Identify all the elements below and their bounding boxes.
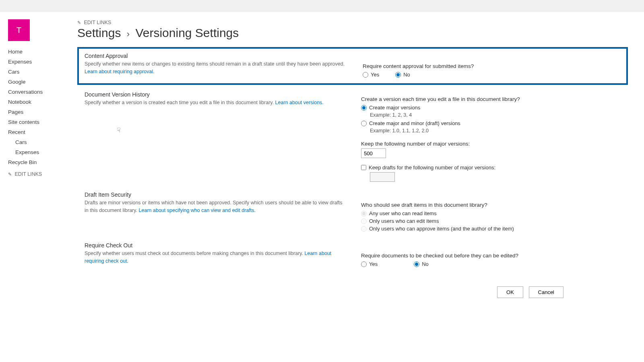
sidebar-item[interactable]: Cars <box>8 137 72 147</box>
version-major[interactable]: Create major versions <box>361 105 628 111</box>
page-body: T HomeExpensesCarsGoogleConversationsNot… <box>0 12 644 314</box>
section-desc: Specify whether users must check out doc… <box>85 250 345 265</box>
sidebar-item[interactable]: Cars <box>8 67 72 77</box>
sidebar-item[interactable]: Notebook <box>8 97 72 107</box>
breadcrumb-current: Versioning Settings <box>135 26 239 39</box>
version-question: Create a version each time you edit a fi… <box>361 96 628 102</box>
ok-button[interactable]: OK <box>497 286 523 298</box>
approval-no-radio[interactable] <box>395 72 401 78</box>
approval-no[interactable]: No <box>395 72 410 78</box>
sidebar-item[interactable]: Google <box>8 77 72 87</box>
section-title: Require Check Out <box>85 242 345 249</box>
section-title: Draft Item Security <box>85 191 345 198</box>
sidebar-item[interactable]: Pages <box>8 107 72 117</box>
draft-question: Who should see draft items in this docum… <box>361 202 628 208</box>
section-desc: Drafts are minor versions or items which… <box>85 199 345 214</box>
version-major-radio[interactable] <box>361 105 367 111</box>
draft-read[interactable]: Any user who can read items <box>361 210 628 216</box>
learn-approval-link[interactable]: Learn about requiring approval. <box>85 69 155 74</box>
sidebar-item[interactable]: Home <box>8 47 72 57</box>
button-row: OK Cancel <box>77 286 628 298</box>
edit-links-label: EDIT LINKS <box>14 171 42 177</box>
section-draft-security: Draft Item Security Drafts are minor ver… <box>77 187 628 238</box>
breadcrumb-separator: › <box>127 29 130 39</box>
sidebar: T HomeExpensesCarsGoogleConversationsNot… <box>0 19 72 298</box>
sidebar-item[interactable]: Recent <box>8 127 72 137</box>
section-version-history: Document Version History Specify whether… <box>77 87 628 187</box>
checkout-question: Require documents to be checked out befo… <box>361 253 628 259</box>
edit-links-header[interactable]: ✎ EDIT LINKS <box>77 20 111 25</box>
content-area: ✎ EDIT LINKS Settings › Versioning Setti… <box>72 19 644 298</box>
draft-edit-radio <box>361 218 367 224</box>
cancel-button[interactable]: Cancel <box>529 286 564 298</box>
pencil-icon: ✎ <box>77 20 81 25</box>
learn-versions-link[interactable]: Learn about versions. <box>275 100 324 105</box>
approval-question: Require content approval for submitted i… <box>363 63 626 69</box>
version-minor[interactable]: Create major and minor (draft) versions <box>361 120 628 126</box>
sidebar-item[interactable]: Site contents <box>8 117 72 127</box>
version-minor-radio[interactable] <box>361 121 367 126</box>
keep-drafts-input <box>370 172 395 182</box>
approval-yes-radio[interactable] <box>363 72 368 78</box>
nav-links: HomeExpensesCarsGoogleConversationsNoteb… <box>8 47 72 167</box>
checkout-yes-radio[interactable] <box>361 261 367 267</box>
section-desc: Specify whether new items or changes to … <box>85 60 347 76</box>
example-minor: Example: 1.0, 1.1, 1.2, 2.0 <box>361 128 628 134</box>
sidebar-item[interactable]: Expenses <box>8 57 72 67</box>
top-bar <box>0 0 644 12</box>
sidebar-item[interactable]: Expenses <box>8 147 72 157</box>
pencil-icon: ✎ <box>8 172 12 177</box>
checkout-no-radio[interactable] <box>414 261 419 267</box>
section-desc: Specify whether a version is created eac… <box>85 99 345 107</box>
draft-read-radio <box>361 211 367 216</box>
draft-approve-radio <box>361 226 367 232</box>
sidebar-item[interactable]: Conversations <box>8 87 72 97</box>
page-title: Settings › Versioning Settings <box>77 26 628 40</box>
checkout-yes[interactable]: Yes <box>361 261 378 267</box>
keep-versions-label: Keep the following number of major versi… <box>361 141 628 147</box>
edit-links-label: EDIT LINKS <box>84 20 111 25</box>
section-title: Document Version History <box>85 91 345 98</box>
example-major: Example: 1, 2, 3, 4 <box>361 112 628 118</box>
sidebar-item[interactable]: Recycle Bin <box>8 157 72 167</box>
keep-drafts-checkbox[interactable] <box>361 165 366 170</box>
draft-approve[interactable]: Only users who can approve items (and th… <box>361 226 628 232</box>
section-title: Content Approval <box>85 53 347 59</box>
section-content-approval: Content Approval Specify whether new ite… <box>79 53 626 79</box>
draft-edit[interactable]: Only users who can edit items <box>361 218 628 224</box>
site-tile[interactable]: T <box>8 19 30 41</box>
checkout-no[interactable]: No <box>414 261 429 267</box>
breadcrumb-settings[interactable]: Settings <box>77 26 121 39</box>
section-require-checkout: Require Check Out Specify whether users … <box>77 238 628 274</box>
edit-links-sidebar[interactable]: ✎ EDIT LINKS <box>8 171 72 177</box>
keep-versions-input[interactable] <box>361 148 386 158</box>
learn-drafts-link[interactable]: Learn about specifying who can view and … <box>139 208 256 213</box>
keep-drafts-option[interactable]: Keep drafts for the following number of … <box>361 165 628 171</box>
approval-yes[interactable]: Yes <box>363 72 379 78</box>
content-approval-highlight: Content Approval Specify whether new ite… <box>77 47 628 85</box>
